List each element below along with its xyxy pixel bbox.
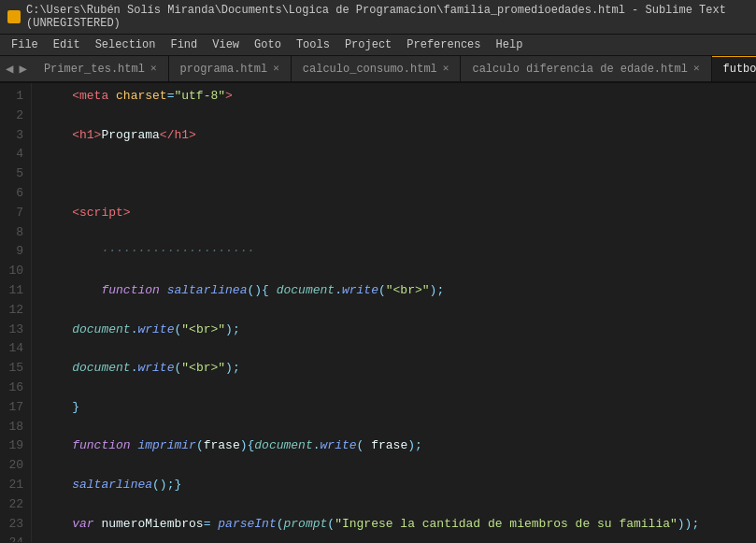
tab-calculo-diferencia[interactable]: calculo diferencia de edade.html ✕ [461, 56, 711, 81]
tab-bar: ◀ ▶ Primer_tes.html ✕ programa.html ✕ ca… [0, 56, 756, 83]
tab-futbol[interactable]: futbol.htm ✕ [712, 56, 757, 81]
line-12: var numeroMiembros= parseInt(prompt("Ing… [43, 515, 756, 535]
line-11: saltarlinea();} [43, 476, 756, 495]
menu-file[interactable]: File [4, 36, 46, 53]
title-bar: C:\Users\Rubén Solís Miranda\Documents\L… [0, 0, 756, 35]
line-8: document.write("<br>"); [43, 359, 756, 379]
line-3 [43, 164, 756, 184]
tab-programa-close[interactable]: ✕ [273, 64, 279, 74]
tab-primer-close[interactable]: ✕ [150, 64, 157, 74]
menu-bar: File Edit Selection Find View Goto Tools… [0, 35, 756, 56]
menu-help[interactable]: Help [489, 36, 531, 53]
line-10: function imprimir(frase){document.write(… [43, 436, 756, 456]
menu-preferences[interactable]: Preferences [399, 36, 488, 53]
app-icon [7, 10, 21, 23]
editor[interactable]: 12345 678910 1112131415 1617181920 21222… [0, 83, 756, 542]
tab-next-arrow[interactable]: ▶ [17, 61, 28, 77]
tab-primer[interactable]: Primer_tes.html ✕ [33, 56, 169, 81]
line-7: document.write("<br>"); [43, 321, 756, 340]
menu-selection[interactable]: Selection [88, 36, 164, 53]
window-title: C:\Users\Rubén Solís Miranda\Documents\L… [26, 4, 749, 30]
line-9: } [43, 398, 756, 418]
tab-prev-arrow[interactable]: ◀ [4, 61, 15, 77]
line-1: <meta charset="utf-8"> [43, 87, 756, 107]
line-4: <script> [43, 204, 756, 223]
tab-calculo-diferencia-close[interactable]: ✕ [693, 64, 700, 74]
menu-edit[interactable]: Edit [46, 36, 88, 53]
tab-calculo-consumo[interactable]: calculo_consumo.html ✕ [292, 56, 462, 81]
line-numbers: 12345 678910 1112131415 1617181920 21222… [0, 83, 32, 542]
tab-programa-label: programa.html [180, 63, 268, 76]
line-6: function saltarlinea(){ document.write("… [43, 281, 756, 301]
tab-calculo-consumo-close[interactable]: ✕ [443, 64, 449, 74]
tab-primer-label: Primer_tes.html [44, 63, 145, 76]
menu-goto[interactable]: Goto [247, 36, 289, 53]
line-5: ····················· [43, 242, 756, 262]
tab-futbol-label: futbol.htm [723, 63, 757, 76]
menu-find[interactable]: Find [163, 36, 205, 53]
tab-calculo-consumo-label: calculo_consumo.html [303, 63, 437, 76]
code-area[interactable]: <meta charset="utf-8"> <h1>Programa</h1>… [32, 83, 756, 542]
tab-nav-arrows: ◀ ▶ [0, 56, 33, 81]
menu-view[interactable]: View [205, 36, 247, 53]
menu-tools[interactable]: Tools [289, 36, 337, 53]
tab-calculo-diferencia-label: calculo diferencia de edade.html [472, 63, 687, 76]
menu-project[interactable]: Project [337, 36, 399, 53]
tab-programa[interactable]: programa.html ✕ [169, 56, 292, 81]
line-2: <h1>Programa</h1> [43, 126, 756, 146]
